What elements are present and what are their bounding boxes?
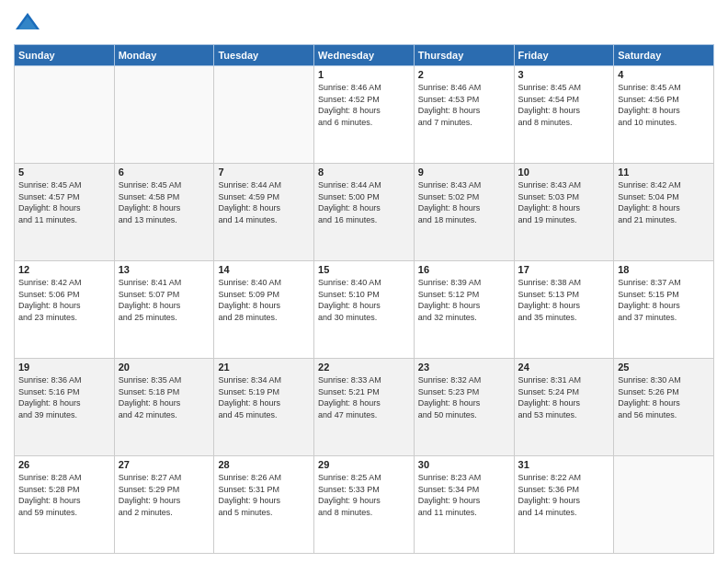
cell-date-number: 16 xyxy=(418,264,510,275)
cell-date-number: 4 xyxy=(618,69,710,80)
cell-info-text: Sunrise: 8:40 AM Sunset: 5:10 PM Dayligh… xyxy=(318,277,410,323)
week-row-4: 19Sunrise: 8:36 AM Sunset: 5:16 PM Dayli… xyxy=(15,359,714,456)
page: SundayMondayTuesdayWednesdayThursdayFrid… xyxy=(0,0,728,563)
cell-date-number: 1 xyxy=(318,69,410,80)
calendar-cell: 8Sunrise: 8:44 AM Sunset: 5:00 PM Daylig… xyxy=(314,164,415,261)
cell-date-number: 2 xyxy=(418,69,510,80)
cell-date-number: 13 xyxy=(119,264,210,275)
logo-icon xyxy=(14,9,41,37)
cell-info-text: Sunrise: 8:45 AM Sunset: 4:54 PM Dayligh… xyxy=(518,82,610,128)
calendar-cell: 10Sunrise: 8:43 AM Sunset: 5:03 PM Dayli… xyxy=(514,164,614,261)
header xyxy=(14,9,714,37)
calendar-cell: 26Sunrise: 8:28 AM Sunset: 5:28 PM Dayli… xyxy=(15,456,115,554)
calendar-cell: 30Sunrise: 8:23 AM Sunset: 5:34 PM Dayli… xyxy=(414,456,514,554)
calendar-cell: 21Sunrise: 8:34 AM Sunset: 5:19 PM Dayli… xyxy=(214,359,314,456)
cell-info-text: Sunrise: 8:46 AM Sunset: 4:53 PM Dayligh… xyxy=(418,82,510,128)
calendar-cell: 25Sunrise: 8:30 AM Sunset: 5:26 PM Dayli… xyxy=(614,359,714,456)
cell-info-text: Sunrise: 8:41 AM Sunset: 5:07 PM Dayligh… xyxy=(119,277,210,323)
cell-info-text: Sunrise: 8:36 AM Sunset: 5:16 PM Dayligh… xyxy=(18,374,110,420)
calendar-cell: 31Sunrise: 8:22 AM Sunset: 5:36 PM Dayli… xyxy=(514,456,614,554)
cell-info-text: Sunrise: 8:45 AM Sunset: 4:58 PM Dayligh… xyxy=(119,179,210,225)
cell-info-text: Sunrise: 8:42 AM Sunset: 5:06 PM Dayligh… xyxy=(18,277,110,323)
cell-info-text: Sunrise: 8:46 AM Sunset: 4:52 PM Dayligh… xyxy=(318,82,410,128)
cell-info-text: Sunrise: 8:34 AM Sunset: 5:19 PM Dayligh… xyxy=(218,374,310,420)
calendar-cell: 2Sunrise: 8:46 AM Sunset: 4:53 PM Daylig… xyxy=(414,66,514,164)
week-row-1: 1Sunrise: 8:46 AM Sunset: 4:52 PM Daylig… xyxy=(15,66,714,164)
calendar-cell: 15Sunrise: 8:40 AM Sunset: 5:10 PM Dayli… xyxy=(314,261,415,359)
cell-info-text: Sunrise: 8:45 AM Sunset: 4:57 PM Dayligh… xyxy=(18,179,110,225)
cell-info-text: Sunrise: 8:44 AM Sunset: 5:00 PM Dayligh… xyxy=(318,179,410,225)
weekday-header-tuesday: Tuesday xyxy=(214,45,314,66)
cell-date-number: 12 xyxy=(18,264,110,275)
cell-date-number: 17 xyxy=(518,264,610,275)
cell-date-number: 6 xyxy=(119,167,210,178)
logo xyxy=(14,9,45,37)
week-row-5: 26Sunrise: 8:28 AM Sunset: 5:28 PM Dayli… xyxy=(15,456,714,554)
cell-info-text: Sunrise: 8:32 AM Sunset: 5:23 PM Dayligh… xyxy=(418,374,510,420)
cell-info-text: Sunrise: 8:39 AM Sunset: 5:12 PM Dayligh… xyxy=(418,277,510,323)
cell-info-text: Sunrise: 8:44 AM Sunset: 4:59 PM Dayligh… xyxy=(218,179,310,225)
cell-date-number: 27 xyxy=(119,459,210,470)
cell-info-text: Sunrise: 8:22 AM Sunset: 5:36 PM Dayligh… xyxy=(518,472,610,518)
cell-date-number: 31 xyxy=(518,459,610,470)
calendar-cell xyxy=(614,456,714,554)
calendar-cell: 23Sunrise: 8:32 AM Sunset: 5:23 PM Dayli… xyxy=(414,359,514,456)
cell-info-text: Sunrise: 8:28 AM Sunset: 5:28 PM Dayligh… xyxy=(18,472,110,518)
calendar-cell: 22Sunrise: 8:33 AM Sunset: 5:21 PM Dayli… xyxy=(314,359,415,456)
cell-date-number: 23 xyxy=(418,362,510,373)
calendar-cell xyxy=(15,66,115,164)
cell-info-text: Sunrise: 8:35 AM Sunset: 5:18 PM Dayligh… xyxy=(119,374,210,420)
calendar-cell: 13Sunrise: 8:41 AM Sunset: 5:07 PM Dayli… xyxy=(114,261,214,359)
cell-info-text: Sunrise: 8:27 AM Sunset: 5:29 PM Dayligh… xyxy=(119,472,210,518)
cell-date-number: 5 xyxy=(18,167,110,178)
cell-info-text: Sunrise: 8:45 AM Sunset: 4:56 PM Dayligh… xyxy=(618,82,710,128)
calendar-cell: 9Sunrise: 8:43 AM Sunset: 5:02 PM Daylig… xyxy=(414,164,514,261)
cell-date-number: 10 xyxy=(518,167,610,178)
cell-date-number: 3 xyxy=(518,69,610,80)
cell-date-number: 25 xyxy=(618,362,710,373)
cell-info-text: Sunrise: 8:23 AM Sunset: 5:34 PM Dayligh… xyxy=(418,472,510,518)
cell-date-number: 19 xyxy=(18,362,110,373)
calendar-cell: 3Sunrise: 8:45 AM Sunset: 4:54 PM Daylig… xyxy=(514,66,614,164)
cell-date-number: 29 xyxy=(318,459,410,470)
calendar-cell: 16Sunrise: 8:39 AM Sunset: 5:12 PM Dayli… xyxy=(414,261,514,359)
calendar: SundayMondayTuesdayWednesdayThursdayFrid… xyxy=(14,44,714,554)
cell-date-number: 22 xyxy=(318,362,410,373)
cell-date-number: 9 xyxy=(418,167,510,178)
weekday-header-thursday: Thursday xyxy=(414,45,514,66)
cell-info-text: Sunrise: 8:43 AM Sunset: 5:03 PM Dayligh… xyxy=(518,179,610,225)
cell-date-number: 20 xyxy=(119,362,210,373)
weekday-header-sunday: Sunday xyxy=(15,45,115,66)
calendar-cell: 17Sunrise: 8:38 AM Sunset: 5:13 PM Dayli… xyxy=(514,261,614,359)
cell-date-number: 24 xyxy=(518,362,610,373)
calendar-cell: 11Sunrise: 8:42 AM Sunset: 5:04 PM Dayli… xyxy=(614,164,714,261)
cell-info-text: Sunrise: 8:30 AM Sunset: 5:26 PM Dayligh… xyxy=(618,374,710,420)
cell-info-text: Sunrise: 8:42 AM Sunset: 5:04 PM Dayligh… xyxy=(618,179,710,225)
weekday-header-row: SundayMondayTuesdayWednesdayThursdayFrid… xyxy=(15,45,714,66)
week-row-2: 5Sunrise: 8:45 AM Sunset: 4:57 PM Daylig… xyxy=(15,164,714,261)
weekday-header-friday: Friday xyxy=(514,45,614,66)
calendar-cell: 12Sunrise: 8:42 AM Sunset: 5:06 PM Dayli… xyxy=(15,261,115,359)
cell-info-text: Sunrise: 8:25 AM Sunset: 5:33 PM Dayligh… xyxy=(318,472,410,518)
cell-date-number: 30 xyxy=(418,459,510,470)
cell-info-text: Sunrise: 8:38 AM Sunset: 5:13 PM Dayligh… xyxy=(518,277,610,323)
calendar-cell: 5Sunrise: 8:45 AM Sunset: 4:57 PM Daylig… xyxy=(15,164,115,261)
cell-date-number: 11 xyxy=(618,167,710,178)
cell-date-number: 21 xyxy=(218,362,310,373)
cell-info-text: Sunrise: 8:37 AM Sunset: 5:15 PM Dayligh… xyxy=(618,277,710,323)
calendar-cell xyxy=(214,66,314,164)
calendar-cell: 20Sunrise: 8:35 AM Sunset: 5:18 PM Dayli… xyxy=(114,359,214,456)
cell-date-number: 18 xyxy=(618,264,710,275)
calendar-cell: 1Sunrise: 8:46 AM Sunset: 4:52 PM Daylig… xyxy=(314,66,415,164)
calendar-cell: 18Sunrise: 8:37 AM Sunset: 5:15 PM Dayli… xyxy=(614,261,714,359)
cell-info-text: Sunrise: 8:40 AM Sunset: 5:09 PM Dayligh… xyxy=(218,277,310,323)
calendar-cell: 6Sunrise: 8:45 AM Sunset: 4:58 PM Daylig… xyxy=(114,164,214,261)
cell-date-number: 26 xyxy=(18,459,110,470)
calendar-cell: 4Sunrise: 8:45 AM Sunset: 4:56 PM Daylig… xyxy=(614,66,714,164)
weekday-header-wednesday: Wednesday xyxy=(314,45,415,66)
cell-date-number: 15 xyxy=(318,264,410,275)
weekday-header-saturday: Saturday xyxy=(614,45,714,66)
calendar-cell: 27Sunrise: 8:27 AM Sunset: 5:29 PM Dayli… xyxy=(114,456,214,554)
cell-date-number: 14 xyxy=(218,264,310,275)
calendar-cell: 24Sunrise: 8:31 AM Sunset: 5:24 PM Dayli… xyxy=(514,359,614,456)
